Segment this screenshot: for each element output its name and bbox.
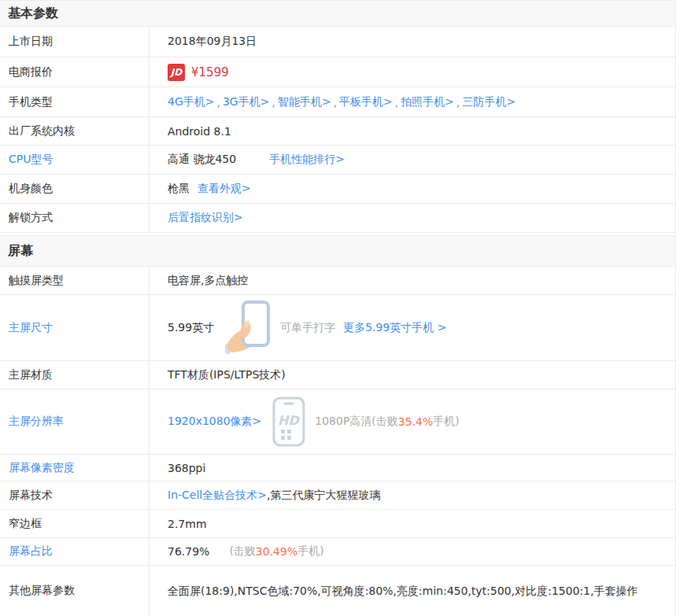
row-screen-material: 主屏材质 TFT材质(IPS/LTPS技术)	[0, 361, 675, 389]
row-value: TFT材质(IPS/LTPS技术)	[168, 368, 286, 382]
row-label: 其他屏幕参数	[9, 584, 75, 598]
incell-tech-link[interactable]: In-Cell全贴合技术>	[168, 489, 267, 503]
row-label-link[interactable]: 屏幕占比	[9, 544, 53, 559]
ratio-note-suffix: 手机)	[297, 544, 323, 559]
row-phone-type: 手机类型 4G手机>,3G手机>,智能手机>,平板手机>,拍照手机>,三防手机>	[0, 87, 675, 117]
row-value: 高通 骁龙450	[168, 153, 236, 167]
row-touch-type: 触摸屏类型 电容屏,多点触控	[0, 267, 675, 295]
row-label: 上市日期	[9, 35, 53, 49]
row-label-link[interactable]: 主屏分辨率	[9, 415, 64, 429]
hd-note-suffix: 手机)	[433, 415, 459, 429]
row-label: 屏幕技术	[9, 489, 53, 503]
separator: ,	[217, 96, 220, 109]
separator: ,	[271, 96, 275, 109]
separator: ,	[334, 96, 337, 109]
row-label: 手机类型	[9, 95, 53, 109]
row-cpu: CPU型号 高通 骁龙450 手机性能排行>	[0, 146, 675, 175]
fingerprint-link[interactable]: 后置指纹识别>	[168, 211, 243, 225]
row-label-link[interactable]: CPU型号	[9, 153, 53, 167]
section-title-basic: 基本参数	[8, 6, 58, 22]
row-label-link[interactable]: 屏幕像素密度	[9, 461, 75, 475]
phone-type-link-camera[interactable]: 拍照手机>	[401, 95, 454, 109]
phone-type-link-rugged[interactable]: 三防手机>	[462, 95, 515, 109]
row-value: 2.7mm	[168, 518, 207, 530]
row-ppi: 屏幕像素密度 368ppi	[0, 455, 675, 481]
tech-rest-text: ,第三代康宁大猩猩玻璃	[267, 489, 380, 503]
row-label-link[interactable]: 主屏尺寸	[9, 321, 53, 335]
one-hand-typing-note: 可单手打字	[280, 321, 335, 335]
row-label: 触摸屏类型	[9, 274, 64, 288]
row-value: 电容屏,多点触控	[168, 274, 248, 288]
row-value: 5.99英寸	[168, 321, 214, 335]
separator: ,	[395, 96, 398, 109]
row-value: 76.79%	[168, 545, 209, 558]
row-value: 全面屏(18:9),NTSC色域:70%,可视角度:80%,亮度:min:450…	[168, 580, 638, 602]
row-value: 枪黑	[168, 182, 190, 196]
row-os: 出厂系统内核 Android 8.1	[0, 117, 675, 146]
cpu-ranking-link[interactable]: 手机性能排行>	[269, 153, 345, 167]
row-price: 电商报价 JD ¥1599	[0, 57, 675, 87]
beat-percent: 30.49%	[256, 545, 297, 558]
product-spec-table: 基本参数 上市日期 2018年09月13日 电商报价 JD ¥1599 手机类型…	[0, 0, 676, 616]
row-body-color: 机身颜色 枪黑 查看外观>	[0, 175, 675, 204]
row-label: 电商报价	[9, 65, 53, 79]
ratio-note-prefix: (击败	[229, 544, 255, 559]
row-label: 窄边框	[9, 517, 42, 531]
row-bezel: 窄边框 2.7mm	[0, 510, 675, 538]
row-label: 解锁方式	[9, 211, 53, 225]
view-appearance-link[interactable]: 查看外观>	[197, 182, 251, 196]
more-size-phones-link[interactable]: 更多5.99英寸手机 >	[343, 321, 446, 335]
row-label: 出厂系统内核	[9, 124, 75, 138]
section-header-basic: 基本参数	[0, 1, 675, 27]
row-screen-ratio: 屏幕占比 76.79% (击败30.49%手机)	[0, 538, 675, 566]
svg-text:HD: HD	[278, 413, 300, 428]
price-value[interactable]: ¥1599	[191, 65, 229, 79]
row-value: 368ppi	[168, 462, 205, 474]
phone-type-link-smart[interactable]: 智能手机>	[278, 95, 331, 109]
separator: ,	[456, 96, 460, 109]
section-title-screen: 屏幕	[8, 243, 33, 260]
resolution-link[interactable]: 1920x1080像素>	[168, 415, 261, 429]
row-release-date: 上市日期 2018年09月13日	[0, 27, 675, 57]
row-other-screen-params: 其他屏幕参数 全面屏(18:9),NTSC色域:70%,可视角度:80%,亮度:…	[0, 566, 675, 616]
row-unlock: 解锁方式 后置指纹识别>	[0, 204, 675, 233]
phone-type-link-tablet[interactable]: 平板手机>	[339, 95, 393, 109]
row-screen-tech: 屏幕技术 In-Cell全贴合技术>,第三代康宁大猩猩玻璃	[0, 481, 675, 510]
section-header-screen: 屏幕	[0, 235, 675, 267]
row-resolution: 主屏分辨率 1920x1080像素> HD 1080P高清(击败35.4%手机)	[0, 389, 675, 455]
row-label: 机身颜色	[9, 182, 53, 196]
phone-type-link-4g[interactable]: 4G手机>	[168, 95, 215, 109]
row-value: 2018年09月13日	[168, 35, 257, 49]
hd-note-prefix: 1080P高清(击败	[315, 415, 398, 429]
row-value: Android 8.1	[168, 125, 231, 138]
phone-type-link-3g[interactable]: 3G手机>	[223, 95, 270, 109]
row-screen-size: 主屏尺寸 5.99英寸 可单手打字 更多5.99英寸手机 >	[0, 295, 675, 361]
row-label: 主屏材质	[9, 368, 53, 382]
hd-resolution-phone-icon: HD	[272, 397, 305, 447]
hand-holding-phone-icon	[225, 300, 271, 356]
beat-percent: 35.4%	[398, 415, 433, 428]
jd-logo-icon[interactable]: JD	[168, 64, 185, 81]
